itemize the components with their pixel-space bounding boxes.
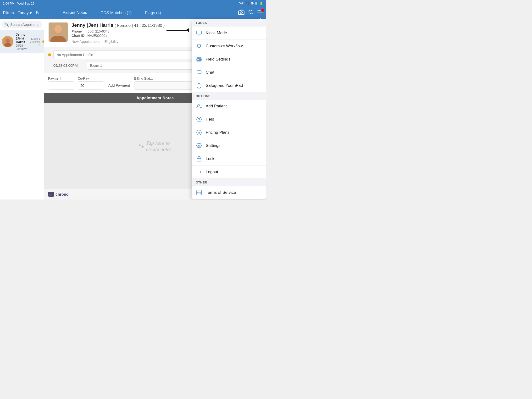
svg-point-1: [241, 12, 243, 14]
today-button[interactable]: Today ▾: [18, 11, 32, 16]
refresh-button[interactable]: ↻: [36, 10, 40, 16]
customize-workflow-icon: [196, 43, 202, 50]
safeguard-ipad-item[interactable]: Safeguard Your iPad: [192, 79, 266, 92]
search-input[interactable]: [10, 22, 39, 26]
notes-header-text: Appointment Notes: [136, 96, 174, 100]
chat-item[interactable]: Chat: [192, 66, 266, 79]
svg-point-28: [198, 58, 199, 59]
help-item[interactable]: Help: [192, 113, 266, 126]
notes-hint-line2: create notes: [146, 146, 171, 152]
copay-input[interactable]: [78, 81, 104, 90]
nav-tabs: Patient Notes CDS Matches (1) Flags (4): [51, 7, 238, 19]
svg-text:$: $: [199, 131, 200, 133]
svg-rect-14: [197, 31, 201, 34]
patient-info: Jenny (Jen) Harris 09/28 03:50PM: [16, 32, 27, 51]
eligibility-link[interactable]: Eligibility: [105, 39, 118, 44]
field-settings-item[interactable]: Field Settings: [192, 53, 266, 66]
tab-flags[interactable]: Flags (4): [138, 7, 168, 19]
svg-text:TOS: TOS: [197, 192, 201, 194]
tos-label: Terms of Service: [206, 190, 236, 195]
logout-item[interactable]: Logout: [192, 165, 266, 179]
nav-right: [238, 10, 263, 16]
tab-patient-notes[interactable]: Patient Notes: [56, 7, 94, 19]
safeguard-icon: [196, 82, 202, 89]
menu-icon[interactable]: [257, 10, 263, 16]
svg-point-2: [249, 10, 252, 13]
other-section-header: OTHER: [192, 179, 266, 186]
notes-hint-line1: Tap here to: [146, 140, 171, 146]
menu-badge: [261, 9, 264, 12]
search-icon-sidebar: 🔍: [5, 23, 9, 26]
svg-point-38: [198, 145, 200, 146]
settings-icon: [196, 142, 202, 149]
svg-rect-25: [197, 58, 201, 58]
headphone-icon: 🎧: [245, 2, 249, 5]
customize-workflow-label: Customize Workflow: [206, 44, 243, 49]
add-payment-button[interactable]: Add Payment: [108, 81, 131, 89]
lock-label: Lock: [206, 156, 214, 161]
notes-arrow-icon: ↩: [138, 141, 146, 151]
brand-name: chrono: [56, 192, 68, 197]
battery: 54%: [251, 2, 257, 5]
payment-field: Payment: [48, 76, 74, 90]
camera-icon[interactable]: [238, 10, 244, 16]
tools-section-header: TOOLS: [192, 19, 266, 26]
time: 2:04 PM: [3, 2, 14, 5]
help-label: Help: [206, 117, 214, 122]
copay-field: Co-Pay: [78, 76, 104, 90]
pricing-plans-label: Pricing Plans: [206, 130, 229, 135]
add-patient-label: Add Patient: [206, 104, 227, 109]
wifi-icon: [239, 2, 244, 5]
svg-point-18: [200, 44, 201, 45]
search-icon[interactable]: [248, 10, 253, 16]
svg-rect-0: [239, 11, 244, 15]
lock-icon: [196, 155, 202, 162]
chat-icon: [196, 69, 202, 76]
patient-list-item[interactable]: Jenny (Jen) Harris 09/28 03:50PM Exam 1 …: [0, 30, 44, 53]
field-settings-label: Field Settings: [206, 57, 230, 62]
svg-point-20: [200, 47, 201, 48]
kiosk-mode-item[interactable]: Kiosk Mode: [192, 26, 266, 40]
pricing-plans-item[interactable]: $ Pricing Plans: [192, 126, 266, 139]
logout-icon: [196, 169, 202, 175]
payment-label: Payment: [48, 76, 74, 80]
pricing-icon: $: [196, 129, 202, 136]
appointment-date: 09/28 03:00PM: [53, 63, 84, 67]
status-bar: 2:04 PM Wed Sep 29 🎧 54% 🔋: [0, 0, 266, 7]
tab-cds-matches[interactable]: CDS Matches (1): [94, 7, 138, 19]
terms-of-service-item[interactable]: TOS Terms of Service: [192, 186, 266, 199]
svg-point-19: [197, 47, 198, 48]
add-patient-icon: [196, 103, 202, 110]
dr-chrono-logo: dr chrono: [48, 192, 68, 197]
new-appointment-link[interactable]: New Appointment: [71, 39, 100, 44]
svg-rect-26: [197, 59, 201, 60]
add-patient-item[interactable]: Add Patient: [192, 100, 266, 113]
svg-point-13: [54, 25, 62, 33]
patient-name: Jenny (Jen) Harris: [16, 32, 27, 44]
search-bar: 🔍: [0, 19, 44, 30]
payment-input[interactable]: [48, 81, 74, 90]
status-dot: [42, 40, 44, 43]
svg-point-17: [197, 44, 198, 45]
svg-line-3: [252, 13, 253, 15]
svg-rect-39: [197, 158, 201, 161]
status-right: 🎧 54% 🔋: [239, 2, 263, 5]
date: Wed Sep 29: [17, 2, 34, 5]
customize-workflow-item[interactable]: Customize Workflow: [192, 40, 266, 53]
lock-item[interactable]: Lock: [192, 152, 266, 165]
settings-label: Settings: [206, 143, 220, 148]
svg-point-33: [197, 117, 201, 122]
safeguard-label: Safeguard Your iPad: [206, 83, 243, 88]
kiosk-mode-label: Kiosk Mode: [206, 31, 227, 35]
svg-rect-27: [197, 61, 201, 61]
patient-photo: [49, 22, 68, 42]
copay-label: Co-Pay: [78, 76, 104, 80]
svg-rect-6: [257, 14, 263, 14]
patient-meta: Exam 1 Checked In: [30, 37, 40, 46]
kiosk-mode-icon: [196, 30, 202, 36]
settings-item[interactable]: Settings: [192, 139, 266, 152]
svg-rect-5: [257, 12, 263, 13]
kiosk-arrow-indicator: [166, 28, 189, 32]
dr-badge: dr: [48, 192, 54, 197]
filters-button[interactable]: Filters: [3, 11, 14, 15]
